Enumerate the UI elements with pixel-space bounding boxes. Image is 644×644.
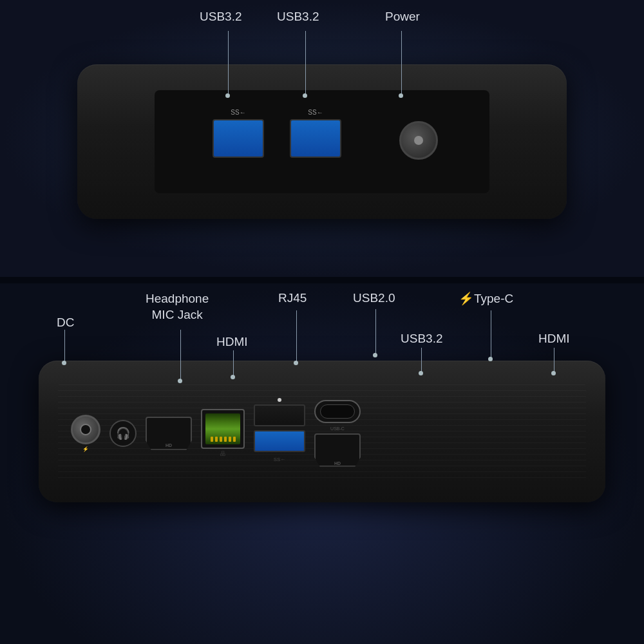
right-ports: USB-C HD xyxy=(314,400,361,467)
label-usb1: USB3.2 xyxy=(200,10,242,24)
usb-port-1: SS← xyxy=(213,119,264,158)
hdmi1-wrapper: HD xyxy=(146,417,192,450)
dot-headphone xyxy=(178,379,182,383)
dc-port xyxy=(71,415,100,444)
power-button[interactable] xyxy=(399,121,438,160)
label-typec: ⚡Type-C xyxy=(459,291,513,306)
hdmi1-port: HD xyxy=(146,417,192,450)
line-usb32 xyxy=(421,348,422,374)
rj45-port xyxy=(201,409,245,449)
bottom-section: ⚡ 🎧 HD xyxy=(0,283,644,644)
dot-usb32 xyxy=(419,371,423,375)
hdmi2-port: HD xyxy=(314,433,361,467)
line-headphone xyxy=(180,330,181,381)
device-top: SS← SS← xyxy=(77,64,567,219)
dot-hdmi2 xyxy=(551,371,556,375)
usb-port-2: SS← xyxy=(290,119,341,158)
line-usb2 xyxy=(305,31,306,95)
dot-typec xyxy=(488,357,493,361)
usb3-port xyxy=(254,430,305,452)
dot-rj45 xyxy=(294,361,298,365)
dc-port-wrapper: ⚡ xyxy=(71,415,100,452)
line-power xyxy=(401,31,402,95)
device-bottom: ⚡ 🎧 HD xyxy=(39,361,605,502)
main-container: SS← SS← USB3.2 USB3.2 Power xyxy=(0,0,644,644)
headphone-port: 🎧 xyxy=(109,420,137,447)
label-usb32: USB3.2 xyxy=(401,332,442,346)
label-usb2: USB3.2 xyxy=(277,10,319,24)
label-dc: DC xyxy=(57,316,74,330)
dot-hdmi1 xyxy=(231,375,235,379)
ports-row: ⚡ 🎧 HD xyxy=(58,383,586,483)
label-power: Power xyxy=(385,10,420,24)
dot-usb2 xyxy=(303,93,307,98)
thunder-icon: ⚡ xyxy=(459,292,474,305)
usb-stack: SS← xyxy=(254,404,305,462)
line-hdmi2 xyxy=(554,348,554,374)
dot-usb1 xyxy=(225,93,230,98)
line-usb20 xyxy=(375,309,376,355)
line-dc xyxy=(64,330,65,363)
line-rj45 xyxy=(296,310,297,363)
label-hdmi2: HDMI xyxy=(538,332,570,346)
rj45-wrapper: 品 xyxy=(201,409,245,457)
line-typec xyxy=(491,310,491,359)
label-headphone: HeadphoneMIC Jack xyxy=(146,291,209,323)
label-rj45: RJ45 xyxy=(278,291,307,305)
dot-dc xyxy=(62,361,66,365)
top-panel: SS← SS← xyxy=(155,90,489,193)
label-usb20: USB2.0 xyxy=(353,291,395,305)
dot-power xyxy=(399,93,403,98)
line-usb1 xyxy=(228,31,229,95)
headphone-jack-wrapper: 🎧 xyxy=(109,420,137,447)
usb2-port xyxy=(254,404,305,426)
label-hdmi1: HDMI xyxy=(216,335,248,349)
dot-usb20 xyxy=(373,353,377,357)
line-hdmi1 xyxy=(233,350,234,377)
top-section: SS← SS← USB3.2 USB3.2 Power xyxy=(0,0,644,277)
usb-c-port: USB-C xyxy=(314,400,361,423)
